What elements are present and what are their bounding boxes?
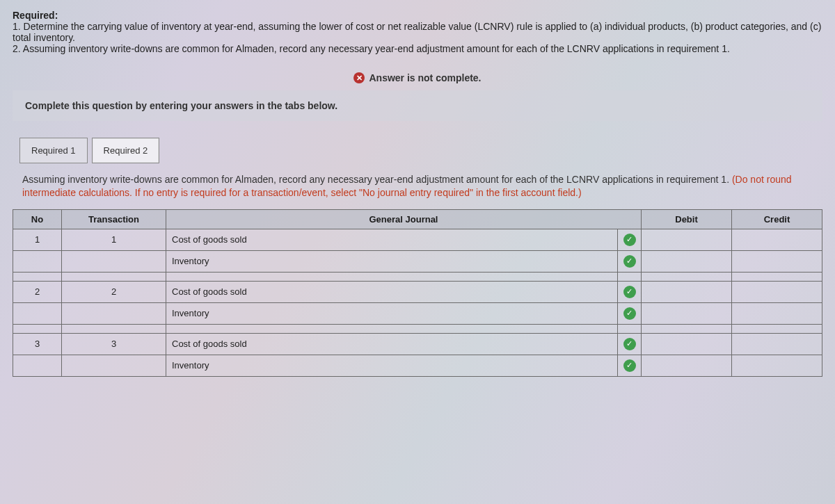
instructions: Assuming inventory write-downs are commo… bbox=[13, 170, 822, 209]
status-banner: ✕ Answer is not complete. bbox=[13, 65, 822, 90]
col-transaction: Transaction bbox=[62, 209, 166, 229]
cell-debit[interactable] bbox=[642, 333, 732, 355]
cell-credit[interactable] bbox=[732, 333, 822, 355]
cell-credit[interactable] bbox=[732, 250, 822, 272]
cell-check bbox=[617, 229, 641, 250]
required-line-1: 1. Determine the carrying value of inven… bbox=[13, 21, 821, 43]
required-line-2: 2. Assuming inventory write-downs are co… bbox=[13, 43, 730, 54]
cell-no bbox=[13, 302, 62, 324]
cell-general-journal[interactable] bbox=[166, 272, 618, 281]
table-row bbox=[13, 272, 822, 281]
cell-check bbox=[617, 333, 641, 355]
error-icon: ✕ bbox=[353, 72, 365, 83]
cell-no bbox=[13, 272, 62, 281]
table-row: 33Cost of goods sold bbox=[13, 333, 822, 355]
cell-transaction bbox=[62, 250, 166, 272]
cell-no bbox=[13, 250, 62, 272]
col-debit: Debit bbox=[642, 209, 732, 229]
cell-transaction: 2 bbox=[62, 281, 166, 302]
cell-check bbox=[617, 324, 641, 333]
journal-table: No Transaction General Journal Debit Cre… bbox=[13, 209, 822, 377]
check-icon bbox=[623, 307, 636, 320]
cell-general-journal[interactable]: Inventory bbox=[166, 302, 618, 324]
cell-credit[interactable] bbox=[732, 272, 822, 281]
tabs: Required 1 Required 2 bbox=[19, 138, 822, 163]
instructions-main: Assuming inventory write-downs are commo… bbox=[22, 174, 732, 185]
tab-required-2[interactable]: Required 2 bbox=[92, 138, 160, 163]
cell-no: 1 bbox=[13, 229, 62, 250]
check-icon bbox=[623, 338, 636, 350]
check-icon bbox=[623, 286, 636, 298]
cell-check bbox=[617, 272, 641, 281]
cell-debit[interactable] bbox=[642, 355, 732, 376]
check-icon bbox=[623, 234, 636, 246]
cell-transaction: 3 bbox=[62, 333, 166, 355]
cell-no bbox=[13, 355, 62, 376]
cell-credit[interactable] bbox=[732, 302, 822, 324]
cell-credit[interactable] bbox=[732, 229, 822, 250]
table-row: 11Cost of goods sold bbox=[13, 229, 822, 250]
cell-no: 3 bbox=[13, 333, 62, 355]
col-credit: Credit bbox=[732, 209, 822, 229]
cell-transaction bbox=[62, 272, 166, 281]
required-block: Required: 1. Determine the carrying valu… bbox=[13, 10, 822, 54]
cell-transaction bbox=[62, 355, 166, 376]
cell-credit[interactable] bbox=[732, 324, 822, 333]
table-row: Inventory bbox=[13, 250, 822, 272]
table-row: Inventory bbox=[13, 355, 822, 376]
cell-general-journal[interactable]: Inventory bbox=[166, 250, 618, 272]
tab-required-1[interactable]: Required 1 bbox=[19, 138, 88, 163]
col-general-journal: General Journal bbox=[166, 209, 642, 229]
cell-transaction bbox=[62, 302, 166, 324]
cell-check bbox=[617, 250, 641, 272]
cell-no: 2 bbox=[13, 281, 62, 302]
cell-general-journal[interactable]: Cost of goods sold bbox=[166, 333, 618, 355]
check-icon bbox=[623, 255, 636, 268]
cell-debit[interactable] bbox=[642, 324, 732, 333]
cell-debit[interactable] bbox=[642, 229, 732, 250]
status-text: Answer is not complete. bbox=[369, 72, 481, 83]
table-row: Inventory bbox=[13, 302, 822, 324]
cell-debit[interactable] bbox=[642, 302, 732, 324]
required-heading: Required: bbox=[13, 10, 58, 21]
check-icon bbox=[623, 359, 636, 372]
cell-transaction bbox=[62, 324, 166, 333]
cell-credit[interactable] bbox=[732, 355, 822, 376]
question-prompt: Complete this question by entering your … bbox=[13, 90, 822, 121]
cell-credit[interactable] bbox=[732, 281, 822, 302]
cell-check bbox=[617, 281, 641, 302]
cell-debit[interactable] bbox=[642, 250, 732, 272]
cell-check bbox=[617, 355, 641, 376]
cell-general-journal[interactable]: Cost of goods sold bbox=[166, 281, 618, 302]
cell-debit[interactable] bbox=[642, 272, 732, 281]
cell-general-journal[interactable]: Inventory bbox=[166, 355, 618, 376]
table-header-row: No Transaction General Journal Debit Cre… bbox=[13, 209, 822, 229]
cell-check bbox=[617, 302, 641, 324]
cell-general-journal[interactable]: Cost of goods sold bbox=[166, 229, 618, 250]
cell-no bbox=[13, 324, 62, 333]
col-no: No bbox=[13, 209, 62, 229]
cell-debit[interactable] bbox=[642, 281, 732, 302]
table-row: 22Cost of goods sold bbox=[13, 281, 822, 302]
cell-general-journal[interactable] bbox=[166, 324, 618, 333]
cell-transaction: 1 bbox=[62, 229, 166, 250]
table-row bbox=[13, 324, 822, 333]
